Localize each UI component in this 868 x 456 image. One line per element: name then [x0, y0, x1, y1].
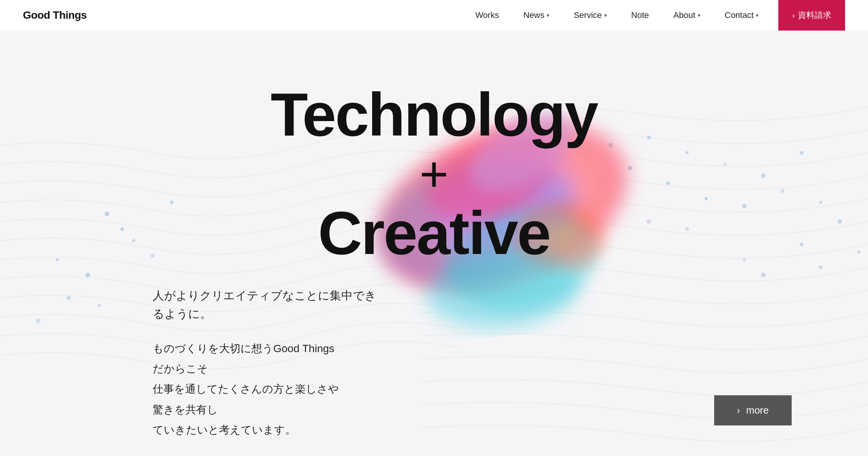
- hero-content: Technology + Creative 人がよりクリエイティブなことに集中で…: [0, 61, 868, 440]
- hero-section: Technology + Creative 人がよりクリエイティブなことに集中で…: [0, 31, 868, 456]
- nav-service[interactable]: Service ▾: [561, 0, 619, 31]
- hero-title-plus: +: [0, 149, 868, 199]
- more-button[interactable]: › more: [714, 395, 792, 425]
- hero-subtitle: 人がよりクリエイティブなことに集中できるように。: [0, 286, 382, 323]
- cta-button[interactable]: › 資料請求: [778, 0, 845, 31]
- arrow-icon: ›: [792, 11, 795, 20]
- nav-news[interactable]: News ▾: [511, 0, 561, 31]
- nav-works[interactable]: Works: [463, 0, 511, 31]
- arrow-icon: ›: [737, 405, 740, 416]
- header: Good Things Works News ▾ Service ▾ Note …: [0, 0, 868, 31]
- logo[interactable]: Good Things: [23, 9, 87, 21]
- nav-about[interactable]: About ▾: [661, 0, 713, 31]
- chevron-down-icon: ▾: [604, 12, 607, 18]
- nav-contact[interactable]: Contact ▾: [713, 0, 771, 31]
- chevron-down-icon: ▾: [547, 12, 549, 18]
- hero-title-creative: Creative: [0, 202, 868, 264]
- nav-note[interactable]: Note: [619, 0, 661, 31]
- main-nav: Works News ▾ Service ▾ Note About ▾ Cont…: [463, 0, 845, 31]
- hero-body: ものづくりを大切に想うGood Thingsだからこそ 仕事を通してたくさんの方…: [0, 338, 344, 440]
- chevron-down-icon: ▾: [756, 12, 758, 18]
- hero-title-technology: Technology: [0, 84, 868, 145]
- chevron-down-icon: ▾: [698, 12, 700, 18]
